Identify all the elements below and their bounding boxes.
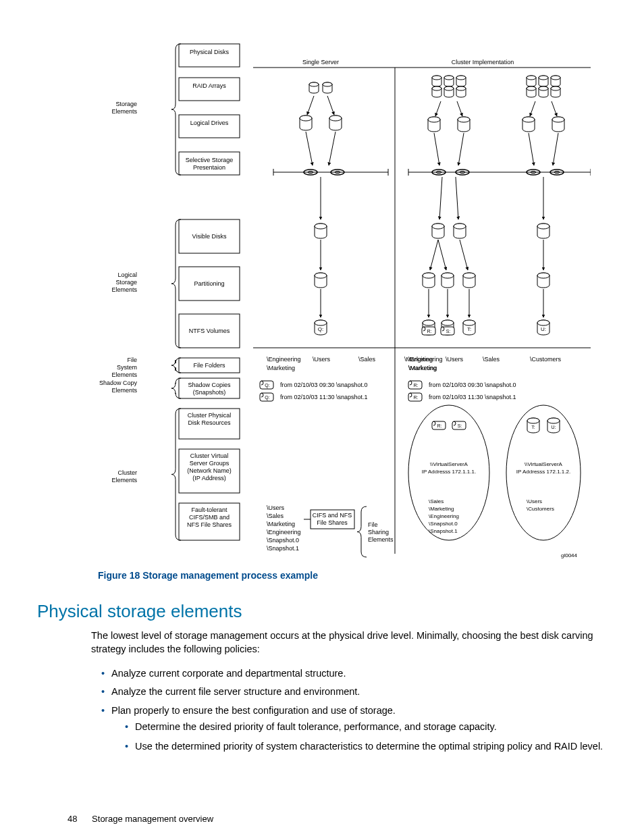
svg-point-143 xyxy=(537,224,549,229)
svg-point-107 xyxy=(551,86,560,90)
svg-text:\Users: \Users xyxy=(313,356,331,363)
svg-point-111 xyxy=(428,117,440,122)
svg-text:File Folders: File Folders xyxy=(193,362,225,369)
chapter-title: Storage management overview xyxy=(92,814,213,824)
svg-point-193 xyxy=(527,418,539,423)
svg-text:S:: S: xyxy=(446,329,451,334)
svg-rect-6 xyxy=(179,152,240,175)
svg-line-116 xyxy=(530,101,535,116)
svg-text:Cluster VirtualServer Groups(N: Cluster VirtualServer Groups(Network Nam… xyxy=(187,452,232,481)
svg-text:\Snapshot.1: \Snapshot.1 xyxy=(267,545,299,552)
svg-line-146 xyxy=(460,240,468,270)
svg-point-101 xyxy=(551,76,560,80)
intro-paragraph: The lowest level of storage management o… xyxy=(91,629,607,656)
svg-text:\Customers: \Customers xyxy=(530,356,562,363)
svg-point-42 xyxy=(329,115,342,121)
svg-text:S:: S: xyxy=(458,423,462,428)
svg-text:Logical Drives: Logical Drives xyxy=(190,120,229,126)
svg-point-163 xyxy=(441,320,454,325)
svg-text:T:: T: xyxy=(467,326,471,332)
svg-text:\Sales: \Sales xyxy=(483,356,500,363)
svg-text:\Snapshot.0: \Snapshot.0 xyxy=(429,521,458,527)
svg-point-95 xyxy=(456,86,466,90)
svg-line-145 xyxy=(438,240,446,270)
svg-text:\Marketing: \Marketing xyxy=(267,521,295,527)
svg-text:T:: T: xyxy=(531,425,535,429)
svg-line-44 xyxy=(329,132,336,165)
svg-text:\\VirtualServerAIP Addresss 17: \\VirtualServerAIP Addresss 172.1.1.2. xyxy=(516,461,570,475)
svg-point-87 xyxy=(444,76,454,80)
svg-point-34 xyxy=(309,82,319,86)
svg-text:CIFS and NFSFile Shares: CIFS and NFSFile Shares xyxy=(313,512,352,526)
svg-text:Q:: Q: xyxy=(318,326,323,332)
svg-rect-2 xyxy=(179,78,240,101)
svg-point-89 xyxy=(456,76,466,80)
svg-point-165 xyxy=(463,320,475,325)
svg-line-136 xyxy=(456,177,458,219)
svg-text:\Users: \Users xyxy=(446,356,464,363)
svg-text:U:: U: xyxy=(552,425,556,429)
svg-point-57 xyxy=(315,273,327,278)
svg-text:Single Server: Single Server xyxy=(302,59,339,66)
svg-text:\Customers: \Customers xyxy=(527,506,554,512)
list-item: Determine the desired priority of fault … xyxy=(125,720,607,733)
storage-diagram: Physical DisksRAID ArraysLogical DrivesS… xyxy=(78,34,591,561)
svg-point-103 xyxy=(527,86,536,90)
svg-point-195 xyxy=(547,418,560,423)
list-item: Plan properly to ensure the best configu… xyxy=(101,702,607,753)
svg-line-115 xyxy=(458,133,464,165)
section-heading: Physical storage elements xyxy=(37,601,607,622)
bullet-list: Analyze current corporate and department… xyxy=(101,664,607,753)
svg-text:Partitioning: Partitioning xyxy=(194,280,224,287)
svg-text:\Sales: \Sales xyxy=(267,513,284,519)
svg-point-54 xyxy=(315,224,327,229)
svg-rect-0 xyxy=(179,44,240,67)
svg-text:Fault-tolerantCIFS/SMB andNFS : Fault-tolerantCIFS/SMB andNFS File Share… xyxy=(187,506,232,528)
svg-line-144 xyxy=(430,240,438,270)
svg-point-119 xyxy=(522,117,535,122)
svg-text:\Sales: \Sales xyxy=(358,356,376,363)
svg-line-37 xyxy=(307,96,314,115)
svg-point-121 xyxy=(552,117,564,122)
svg-text:Cluster PhysicalDisk Resources: Cluster PhysicalDisk Resources xyxy=(188,412,232,426)
svg-text:FileSystemElements: FileSystemElements xyxy=(111,357,137,378)
svg-text:\Engineering: \Engineering xyxy=(267,529,301,536)
svg-point-85 xyxy=(432,76,441,80)
svg-text:\Marketing: \Marketing xyxy=(408,365,437,371)
diagram-container: Physical DisksRAID ArraysLogical DrivesS… xyxy=(78,34,607,563)
svg-text:from 02/10/03 11:30 \snapshot.: from 02/10/03 11:30 \snapshot.1 xyxy=(429,394,516,400)
svg-point-99 xyxy=(539,76,548,80)
list-item: Use the determined priority of system ch… xyxy=(125,739,607,753)
svg-text:\Engineering: \Engineering xyxy=(408,356,443,363)
svg-point-148 xyxy=(423,273,435,278)
svg-rect-4 xyxy=(179,115,240,138)
svg-text:\Snapshot.0: \Snapshot.0 xyxy=(267,537,299,544)
svg-text:R:: R: xyxy=(437,423,442,428)
svg-point-93 xyxy=(444,86,454,90)
svg-text:\Users: \Users xyxy=(267,504,285,511)
list-item: Analyze the current file server structur… xyxy=(101,683,607,702)
svg-line-43 xyxy=(306,132,313,165)
svg-text:\Marketing: \Marketing xyxy=(429,506,454,512)
svg-point-113 xyxy=(458,117,470,122)
svg-point-36 xyxy=(323,82,332,86)
svg-text:from 02/10/03 11:30 \snapshot.: from 02/10/03 11:30 \snapshot.1 xyxy=(280,394,368,400)
svg-line-108 xyxy=(435,101,441,116)
svg-point-152 xyxy=(463,273,475,278)
svg-line-135 xyxy=(439,177,442,219)
svg-point-105 xyxy=(539,86,548,90)
svg-line-38 xyxy=(327,96,334,115)
svg-text:U:: U: xyxy=(541,326,546,332)
figure-caption: Figure 18 Storage management process exa… xyxy=(98,570,607,581)
svg-text:from 02/10/03 09:30 \snapshot.: from 02/10/03 09:30 \snapshot.0 xyxy=(280,382,368,388)
svg-point-140 xyxy=(454,224,466,229)
svg-text:R:: R: xyxy=(414,383,419,388)
svg-text:\Engineering: \Engineering xyxy=(429,513,459,519)
svg-text:NTFS Volumes: NTFS Volumes xyxy=(189,328,230,334)
svg-line-109 xyxy=(457,101,462,116)
svg-text:Physical Disks: Physical Disks xyxy=(190,49,230,55)
svg-point-97 xyxy=(527,76,536,80)
svg-text:StorageElements: StorageElements xyxy=(111,101,137,115)
svg-text:Cluster Implementation: Cluster Implementation xyxy=(452,59,514,66)
svg-text:RAID Arrays: RAID Arrays xyxy=(192,82,226,89)
